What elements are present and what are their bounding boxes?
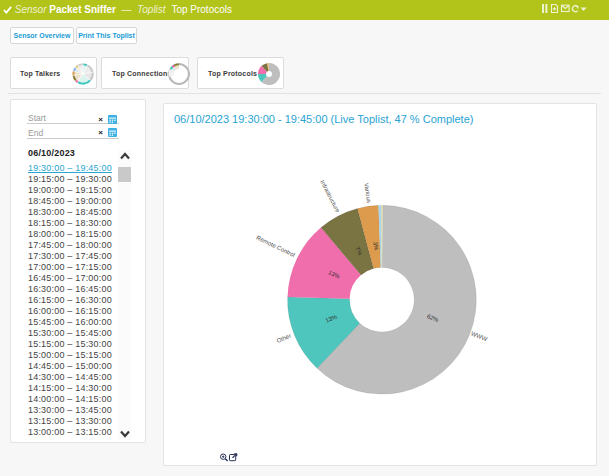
svg-text:Other: Other [276,333,292,344]
svg-text:WWW: WWW [470,330,488,342]
svg-text:Various: Various [363,182,372,203]
svg-text:Infrastructure: Infrastructure [319,179,341,214]
svg-text:Remote Control: Remote Control [255,234,295,258]
